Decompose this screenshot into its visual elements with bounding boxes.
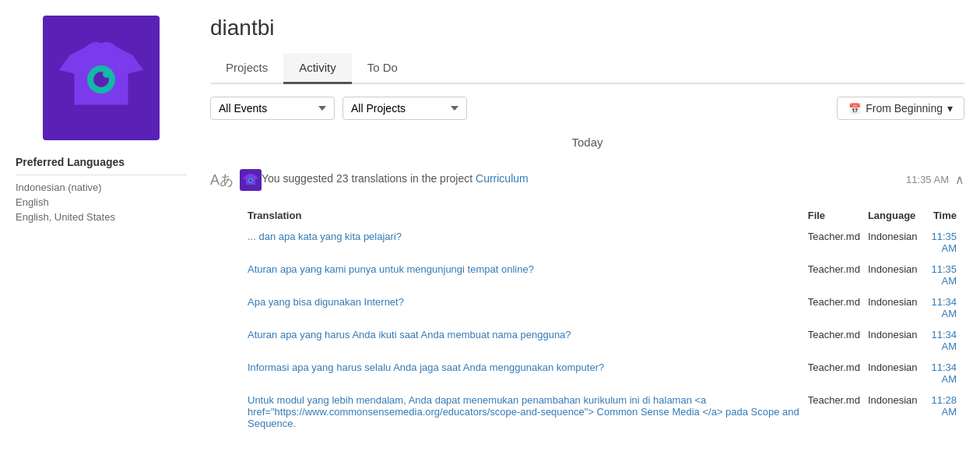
col-file: File <box>808 205 868 226</box>
message-pre: You suggested 23 translations in the pro… <box>262 172 476 185</box>
table-row: Apa yang bisa digunakan Internet?Teacher… <box>248 291 964 324</box>
tab-todo[interactable]: To Do <box>352 53 413 84</box>
file-cell: Teacher.md <box>808 390 868 434</box>
file-cell: Teacher.md <box>808 291 868 324</box>
translation-table: Translation File Language Time ... dan a… <box>248 205 964 434</box>
col-translation: Translation <box>248 205 808 226</box>
dropdown-arrow-icon: ▾ <box>947 102 953 115</box>
svg-point-5 <box>251 178 252 180</box>
time-link[interactable]: 11:34 AM <box>931 362 957 385</box>
project-link[interactable]: Curriculum <box>476 172 529 185</box>
file-cell: Teacher.md <box>808 324 868 357</box>
translate-icon: Aあ <box>210 171 234 189</box>
time-link[interactable]: 11:34 AM <box>931 296 957 319</box>
translation-section: Translation File Language Time ... dan a… <box>248 205 964 434</box>
language-english-us: English, United States <box>16 211 187 223</box>
language-cell: Indonesian <box>868 291 926 324</box>
main-content: diantbi Projects Activity To Do All Even… <box>202 0 980 455</box>
project-avatar <box>240 169 262 191</box>
col-language: Language <box>868 205 926 226</box>
table-row: Untuk modul yang lebih mendalam, Anda da… <box>248 390 964 434</box>
page-username: diantbi <box>210 16 964 41</box>
translation-link[interactable]: Aturan apa yang harus Anda ikuti saat An… <box>248 329 571 340</box>
projects-filter[interactable]: All Projects <box>342 97 467 120</box>
translation-link[interactable]: Aturan apa yang kami punya untuk mengunj… <box>248 263 534 275</box>
svg-point-2 <box>103 70 111 78</box>
table-row: Aturan apa yang kami punya untuk mengunj… <box>248 259 964 291</box>
sidebar: Preferred Languages Indonesian (native) … <box>0 0 202 455</box>
time-link[interactable]: 11:34 AM <box>931 329 957 352</box>
activity-message: You suggested 23 translations in the pro… <box>262 172 529 185</box>
language-cell: Indonesian <box>868 390 926 434</box>
preferred-languages-title: Preferred Languages <box>16 156 187 175</box>
activity-section: Today Aあ <box>210 136 964 434</box>
date-header: Today <box>210 136 964 149</box>
avatar <box>43 16 160 140</box>
activity-icon-area: Aあ <box>210 168 262 191</box>
events-filter[interactable]: All Events <box>210 97 335 120</box>
language-cell: Indonesian <box>868 357 926 390</box>
time-filter-label: From Beginning <box>866 102 943 115</box>
language-indonesian: Indonesian (native) <box>16 182 187 193</box>
file-cell: Teacher.md <box>808 259 868 291</box>
col-time: Time <box>926 205 964 226</box>
translation-link[interactable]: Apa yang bisa digunakan Internet? <box>248 296 404 308</box>
avatar-container <box>16 16 187 140</box>
table-row: Aturan apa yang harus Anda ikuti saat An… <box>248 324 964 357</box>
collapse-button[interactable]: ∧ <box>955 172 964 187</box>
time-filter-button[interactable]: 📅 From Beginning ▾ <box>837 97 964 120</box>
tabs-container: Projects Activity To Do <box>210 53 964 84</box>
calendar-icon: 📅 <box>848 103 861 115</box>
filters-row: All Events All Projects 📅 From Beginning… <box>210 97 964 120</box>
table-row: Informasi apa yang harus selalu Anda jag… <box>248 357 964 390</box>
tab-projects[interactable]: Projects <box>210 53 283 84</box>
time-link[interactable]: 11:28 AM <box>931 394 957 418</box>
tab-activity[interactable]: Activity <box>283 53 352 84</box>
file-cell: Teacher.md <box>808 357 868 390</box>
translation-link[interactable]: Untuk modul yang lebih mendalam, Anda da… <box>248 394 799 429</box>
language-cell: Indonesian <box>868 259 926 291</box>
language-english: English <box>16 196 187 208</box>
activity-body: You suggested 23 translations in the pro… <box>262 171 906 187</box>
time-link[interactable]: 11:35 AM <box>931 263 957 287</box>
activity-item-header: Aあ You suggested 23 transla <box>210 168 964 191</box>
time-link[interactable]: 11:35 AM <box>931 231 957 254</box>
activity-time: 11:35 AM ∧ <box>906 172 964 187</box>
translation-link[interactable]: ... dan apa kata yang kita pelajari? <box>248 231 402 242</box>
activity-item: Aあ You suggested 23 transla <box>210 161 964 197</box>
language-cell: Indonesian <box>868 324 926 357</box>
translation-link[interactable]: Informasi apa yang harus selalu Anda jag… <box>248 362 604 373</box>
activity-time-text: 11:35 AM <box>906 174 949 185</box>
file-cell: Teacher.md <box>808 226 868 259</box>
table-row: ... dan apa kata yang kita pelajari?Teac… <box>248 226 964 259</box>
language-cell: Indonesian <box>868 226 926 259</box>
